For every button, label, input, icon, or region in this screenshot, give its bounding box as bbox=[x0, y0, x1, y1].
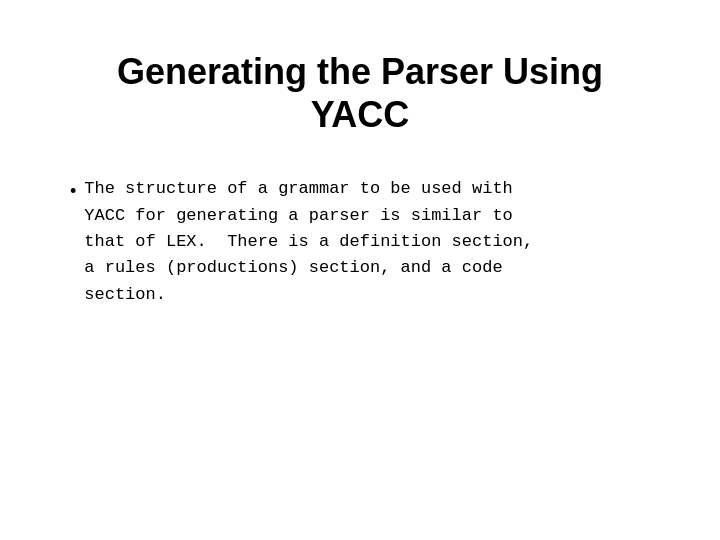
bullet-text: The structure of a grammar to be used wi… bbox=[84, 176, 533, 308]
bullet-item: • The structure of a grammar to be used … bbox=[70, 176, 650, 308]
title-area: Generating the Parser Using YACC bbox=[117, 50, 603, 136]
content-area: • The structure of a grammar to be used … bbox=[60, 176, 660, 318]
bullet-dot: • bbox=[70, 178, 76, 205]
slide-title: Generating the Parser Using YACC bbox=[117, 50, 603, 136]
slide: Generating the Parser Using YACC • The s… bbox=[0, 0, 720, 540]
title-line2: YACC bbox=[311, 94, 410, 135]
title-line1: Generating the Parser Using bbox=[117, 51, 603, 92]
